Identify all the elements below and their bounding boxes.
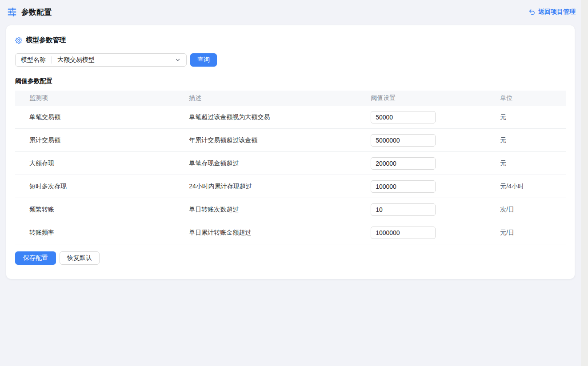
unit-label: 次/日 <box>486 206 566 214</box>
table-row: 单笔交易额 单笔超过该金额视为大额交易 元 <box>15 106 566 129</box>
threshold-input[interactable] <box>371 157 436 170</box>
column-header-description: 描述 <box>175 94 356 102</box>
restore-default-button[interactable]: 恢复默认 <box>60 251 100 265</box>
back-link-label: 返回项目管理 <box>538 8 576 16</box>
threshold-table: 监测项 描述 阈值设置 单位 单笔交易额 单笔超过该金额视为大额交易 元 累计交… <box>15 91 566 244</box>
back-to-project-link[interactable]: 返回项目管理 <box>528 8 576 16</box>
monitor-item-label: 转账频率 <box>15 229 175 237</box>
model-name-select[interactable]: 模型名称 大额交易模型 <box>15 53 187 67</box>
monitor-item-label: 大额存现 <box>15 159 175 167</box>
gear-icon <box>15 37 22 44</box>
chevron-down-icon <box>175 57 181 63</box>
unit-label: 元 <box>486 136 566 144</box>
monitor-item-description: 年累计交易额超过该金额 <box>175 136 356 144</box>
table-row: 转账频率 单日累计转账金额超过 元/日 <box>15 221 566 244</box>
monitor-item-description: 单笔存现金额超过 <box>175 159 356 167</box>
table-header-row: 监测项 描述 阈值设置 单位 <box>15 91 566 106</box>
monitor-item-description: 单日累计转账金额超过 <box>175 229 356 237</box>
page-title: 参数配置 <box>21 7 52 17</box>
column-header-unit: 单位 <box>486 94 566 102</box>
scrollbar-track[interactable] <box>581 0 588 366</box>
monitor-item-label: 频繁转账 <box>15 206 175 214</box>
column-header-monitor-item: 监测项 <box>15 94 175 102</box>
table-row: 累计交易额 年累计交易额超过该金额 元 <box>15 129 566 152</box>
model-name-label: 模型名称 <box>16 56 51 64</box>
monitor-item-description: 单笔超过该金额视为大额交易 <box>175 113 356 121</box>
save-config-button[interactable]: 保存配置 <box>15 251 56 265</box>
threshold-input[interactable] <box>371 203 436 216</box>
model-name-value: 大额交易模型 <box>52 56 175 64</box>
table-row: 大额存现 单笔存现金额超过 元 <box>15 152 566 175</box>
unit-label: 元 <box>486 113 566 121</box>
threshold-input[interactable] <box>371 134 436 147</box>
table-row: 频繁转账 单日转账次数超过 次/日 <box>15 198 566 221</box>
topbar: 参数配置 返回项目管理 <box>0 0 588 24</box>
monitor-item-label: 累计交易额 <box>15 136 175 144</box>
column-header-threshold: 阈值设置 <box>356 94 486 102</box>
threshold-section-title: 阈值参数配置 <box>15 77 566 85</box>
query-button[interactable]: 查询 <box>190 53 217 67</box>
panel-title: 模型参数管理 <box>26 36 66 44</box>
unit-label: 元/4小时 <box>486 183 566 191</box>
model-parameter-card: 模型参数管理 模型名称 大额交易模型 查询 阈值参数配置 监测项 描述 阈值设置… <box>6 25 575 279</box>
unit-label: 元/日 <box>486 229 566 237</box>
sliders-icon <box>7 7 17 17</box>
monitor-item-description: 24小时内累计存现超过 <box>175 183 356 191</box>
monitor-item-label: 单笔交易额 <box>15 113 175 121</box>
table-body: 单笔交易额 单笔超过该金额视为大额交易 元 累计交易额 年累计交易额超过该金额 … <box>15 106 566 244</box>
monitor-item-description: 单日转账次数超过 <box>175 206 356 214</box>
undo-arrow-icon <box>528 9 535 16</box>
unit-label: 元 <box>486 159 566 167</box>
threshold-input[interactable] <box>371 227 436 239</box>
threshold-input[interactable] <box>371 180 436 193</box>
table-row: 短时多次存现 24小时内累计存现超过 元/4小时 <box>15 175 566 198</box>
threshold-input[interactable] <box>371 111 436 123</box>
monitor-item-label: 短时多次存现 <box>15 183 175 191</box>
